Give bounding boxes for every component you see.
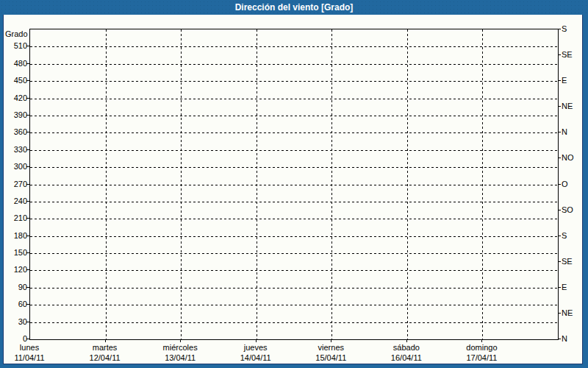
x-axis-day-label: miércoles (163, 343, 198, 353)
y-axis-tick-label: 120 (5, 265, 27, 274)
x-axis-day-label: martes (93, 343, 118, 353)
y-axis-tick-label: 390 (5, 110, 27, 119)
y-axis-tick-label: 90 (5, 283, 27, 291)
y-axis-tick-label: 450 (5, 76, 27, 85)
right-axis-tick (558, 80, 561, 81)
y-axis-tick-label: 480 (5, 59, 27, 68)
x-axis-date-label: 14/04/11 (240, 353, 271, 363)
y-grid-line (30, 288, 558, 289)
y-grid-line (30, 185, 558, 185)
y-axis-tick-label: 60 (5, 300, 27, 308)
x-grid-line (482, 29, 483, 339)
y-grid-line (30, 99, 558, 99)
y-axis-tick-label: 360 (5, 127, 27, 136)
y-grid-line (30, 46, 558, 47)
chart-window: Dirección del viento [Grado] Grado 03060… (0, 0, 588, 368)
right-axis-tick (558, 339, 561, 339)
x-axis-date-label: 16/04/11 (391, 353, 422, 363)
x-axis-tick (331, 339, 331, 342)
x-axis-tick (481, 339, 482, 342)
right-axis-label: SE (562, 50, 573, 59)
right-axis-tick (558, 210, 561, 210)
y-axis-tick-label: 420 (5, 93, 27, 102)
right-axis-label: N (562, 127, 567, 136)
y-grid-line (30, 116, 558, 116)
right-axis-tick (558, 158, 561, 158)
y-axis-tick-label: 300 (5, 162, 27, 171)
y-axis-tick-label: 240 (5, 197, 27, 205)
right-axis-label: SE (562, 257, 573, 266)
y-axis-unit-label: Grado (5, 29, 29, 38)
right-axis-label: E (562, 76, 567, 85)
y-grid-line (30, 81, 558, 82)
x-grid-line (106, 29, 107, 339)
window-title: Dirección del viento [Grado] (235, 2, 354, 13)
x-axis-tick (256, 339, 257, 342)
right-axis-label: S (562, 231, 567, 240)
right-axis-label: N (562, 334, 567, 343)
y-axis-tick-label: 330 (5, 145, 27, 154)
y-axis-tick-label: 210 (5, 213, 27, 222)
x-axis-date-label: 17/04/11 (466, 353, 497, 363)
right-axis-tick (558, 261, 561, 262)
y-grid-line (30, 167, 558, 168)
y-grid-line (30, 305, 558, 305)
right-axis-label: E (562, 283, 567, 291)
x-axis-day-label: jueves (244, 343, 268, 353)
y-axis-tick-label: 510 (5, 41, 27, 50)
x-axis-date-label: 11/04/11 (14, 353, 44, 363)
y-grid-line (30, 150, 558, 151)
y-axis-tick-label: 150 (5, 248, 27, 257)
right-axis-tick (558, 184, 561, 185)
x-axis-date-label: 13/04/11 (165, 353, 196, 363)
y-grid-line (30, 202, 558, 202)
right-axis-tick (558, 29, 561, 29)
x-grid-line (407, 29, 408, 339)
x-axis-date-label: 15/04/11 (315, 353, 346, 363)
x-axis-tick (180, 339, 181, 342)
y-grid-line (30, 270, 558, 271)
x-axis-day-label: viernes (318, 343, 344, 353)
x-grid-line (331, 29, 332, 339)
y-grid-line (30, 236, 558, 237)
y-grid-line (30, 132, 558, 133)
x-axis-date-label: 12/04/11 (90, 353, 121, 363)
x-axis-day-label: domingo (466, 343, 497, 353)
x-axis-tick (406, 339, 407, 342)
chart-content-area: Grado 0306090120150180210240270300330360… (3, 15, 583, 364)
x-axis-tick (105, 339, 106, 342)
right-axis-label: NO (562, 153, 574, 162)
right-axis-tick (558, 313, 561, 314)
right-axis-tick (558, 287, 561, 288)
right-axis-label: S (562, 24, 567, 33)
right-axis-tick (558, 54, 561, 55)
x-grid-line (181, 29, 182, 339)
x-grid-line (257, 29, 257, 339)
right-axis-label: SO (562, 205, 573, 214)
right-axis-tick (558, 106, 561, 107)
y-grid-line (30, 253, 558, 254)
window-title-bar: Dirección del viento [Grado] (0, 0, 588, 15)
y-axis-tick-label: 270 (5, 180, 27, 188)
y-grid-line (30, 64, 558, 65)
right-axis-tick (558, 236, 561, 236)
x-axis-day-label: lunes (20, 343, 39, 353)
right-axis-label: O (562, 180, 568, 188)
right-axis-label: NE (562, 102, 573, 110)
y-axis-tick-label: 0 (5, 334, 27, 343)
right-axis-label: NE (562, 308, 573, 317)
y-axis-tick-label: 30 (5, 317, 27, 326)
right-axis-tick (558, 132, 561, 132)
x-axis-day-label: sábado (393, 343, 420, 353)
y-axis-tick-label: 180 (5, 231, 27, 240)
y-grid-line (30, 322, 558, 323)
y-grid-line (30, 219, 558, 219)
plot-area (29, 29, 559, 340)
